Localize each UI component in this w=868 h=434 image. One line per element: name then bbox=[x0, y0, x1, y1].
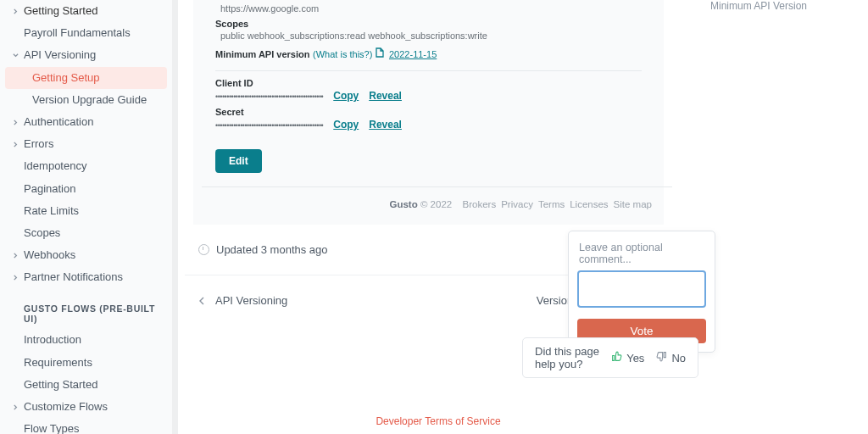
sidebar-item-label: Customize Flows bbox=[24, 399, 108, 415]
footer-link[interactable]: Licenses bbox=[570, 199, 608, 209]
sidebar-item[interactable]: Rate Limits bbox=[0, 200, 172, 222]
client-id-row: Client ID ••••••••••••••••••••••••••••••… bbox=[193, 76, 664, 105]
sidebar-item[interactable]: Getting Started bbox=[0, 374, 172, 396]
chevron-right-icon bbox=[13, 248, 19, 263]
sidebar-item[interactable]: Getting Setup bbox=[5, 67, 167, 89]
helpful-yes[interactable]: Yes bbox=[611, 351, 644, 364]
toc-item[interactable]: Minimum API Version bbox=[710, 0, 856, 12]
chevron-right-icon bbox=[13, 136, 19, 152]
sidebar-item[interactable]: Webhooks bbox=[0, 244, 172, 266]
sidebar-item[interactable]: Flow Types bbox=[0, 418, 172, 434]
pager-prev[interactable]: API Versioning bbox=[198, 294, 287, 307]
sidebar-item[interactable]: Requirements bbox=[0, 352, 172, 374]
footer-link[interactable]: Brokers bbox=[463, 199, 497, 209]
sidebar-item-label: Pagination bbox=[24, 181, 75, 197]
sidebar-item-label: Scopes bbox=[24, 225, 60, 241]
app-url-value: https://www.google.com bbox=[215, 2, 642, 14]
sidebar-item[interactable]: Customize Flows bbox=[0, 396, 172, 418]
client-id-masked: ••••••••••••••••••••••••••••••••••••••••… bbox=[215, 92, 323, 101]
helpful-question: Did this page help you? bbox=[535, 345, 599, 370]
sidebar-item-label: Payroll Fundamentals bbox=[24, 25, 131, 41]
sidebar-item-label: Flow Types bbox=[24, 421, 80, 434]
sidebar-item[interactable]: Pagination bbox=[0, 178, 172, 200]
sidebar-item[interactable]: API Versioning bbox=[0, 44, 172, 66]
client-id-label: Client ID bbox=[215, 78, 642, 88]
chevron-right-icon bbox=[13, 270, 19, 285]
sidebar-item[interactable]: Version Upgrade Guide bbox=[0, 89, 172, 111]
updated-label: Updated 3 months ago bbox=[216, 243, 328, 256]
sidebar-item-label: Idempotency bbox=[24, 159, 86, 174]
chevron-right-icon bbox=[13, 399, 19, 415]
secret-label: Secret bbox=[215, 107, 642, 117]
sidebar-item-label: Getting Started bbox=[24, 3, 97, 19]
edit-button[interactable]: Edit bbox=[215, 149, 262, 173]
sidebar-item-label: Introduction bbox=[24, 332, 81, 348]
helpful-pill: Did this page help you? Yes No bbox=[522, 337, 698, 378]
main-content: https://www.google.com Scopes public web… bbox=[178, 0, 698, 434]
footer-link[interactable]: Site map bbox=[614, 199, 652, 209]
thumb-down-icon bbox=[656, 351, 667, 364]
reveal-client-id-link[interactable]: Reveal bbox=[369, 90, 402, 102]
copy-client-id-link[interactable]: Copy bbox=[333, 90, 359, 102]
app-details-card: https://www.google.com Scopes public web… bbox=[193, 0, 664, 225]
sidebar-item[interactable]: Authentication bbox=[0, 111, 172, 133]
sidebar-item[interactable]: Errors bbox=[0, 133, 172, 155]
chevron-right-icon bbox=[13, 3, 19, 19]
scopes-value: public webhook_subscriptions:read webhoo… bbox=[215, 29, 642, 41]
sidebar-item[interactable]: Payroll Fundamentals bbox=[0, 22, 172, 44]
sidebar-item[interactable]: Introduction bbox=[0, 329, 172, 351]
thumb-up-icon bbox=[611, 351, 622, 364]
chevron-right-icon bbox=[13, 114, 19, 130]
scopes-label: Scopes bbox=[215, 19, 642, 29]
sidebar-item[interactable]: Scopes bbox=[0, 222, 172, 244]
chevron-down-icon bbox=[13, 47, 19, 63]
sidebar-item-label: Authentication bbox=[24, 114, 93, 130]
sidebar-item-label: Requirements bbox=[24, 355, 92, 370]
dev-terms-link[interactable]: Developer Terms of Service bbox=[376, 415, 500, 427]
sidebar-item-label: Webhooks bbox=[24, 248, 75, 263]
footer-link[interactable]: Terms bbox=[538, 199, 565, 209]
sidebar-item-label: Partner Notifications bbox=[24, 270, 123, 285]
popover-label: Leave an optional comment... bbox=[577, 240, 706, 270]
sidebar-section-header: GUSTO FLOWS (PRE-BUILT UI) bbox=[0, 288, 172, 329]
arrow-left-icon bbox=[198, 297, 207, 305]
sidebar-item-label: Rate Limits bbox=[24, 203, 79, 219]
right-toc: Minimum API Version bbox=[698, 0, 868, 434]
secret-row: Secret •••••••••••••••••••••••••••••••••… bbox=[193, 105, 664, 134]
what-is-this-link[interactable]: (What is this?) bbox=[313, 49, 372, 59]
sidebar-item-label: Errors bbox=[24, 136, 53, 152]
sidebar-item-label: Getting Started bbox=[24, 377, 97, 392]
sidebar[interactable]: Getting StartedPayroll FundamentalsAPI V… bbox=[0, 0, 172, 434]
sidebar-item[interactable]: Idempotency bbox=[0, 155, 172, 177]
reveal-secret-link[interactable]: Reveal bbox=[369, 119, 402, 131]
footer-link[interactable]: Privacy bbox=[501, 199, 533, 209]
gusto-footer: Gusto © 2022 BrokersPrivacyTermsLicenses… bbox=[202, 186, 672, 220]
min-api-version-label: Minimum API version bbox=[215, 49, 309, 59]
min-api-version-value[interactable]: 2022-11-15 bbox=[389, 49, 437, 59]
dev-terms: Developer Terms of Service bbox=[178, 415, 698, 427]
sidebar-item[interactable]: Getting Started bbox=[0, 0, 172, 22]
copy-secret-link[interactable]: Copy bbox=[333, 119, 359, 131]
clock-icon bbox=[198, 244, 209, 255]
secret-masked: ••••••••••••••••••••••••••••••••••••••••… bbox=[215, 121, 323, 130]
vote-popover: Leave an optional comment... Vote bbox=[568, 231, 715, 353]
helpful-no[interactable]: No bbox=[656, 351, 686, 364]
sidebar-item-label: API Versioning bbox=[24, 47, 96, 63]
sidebar-item[interactable]: Partner Notifications bbox=[0, 266, 172, 288]
file-icon bbox=[376, 47, 384, 60]
comment-textarea[interactable] bbox=[577, 270, 706, 308]
